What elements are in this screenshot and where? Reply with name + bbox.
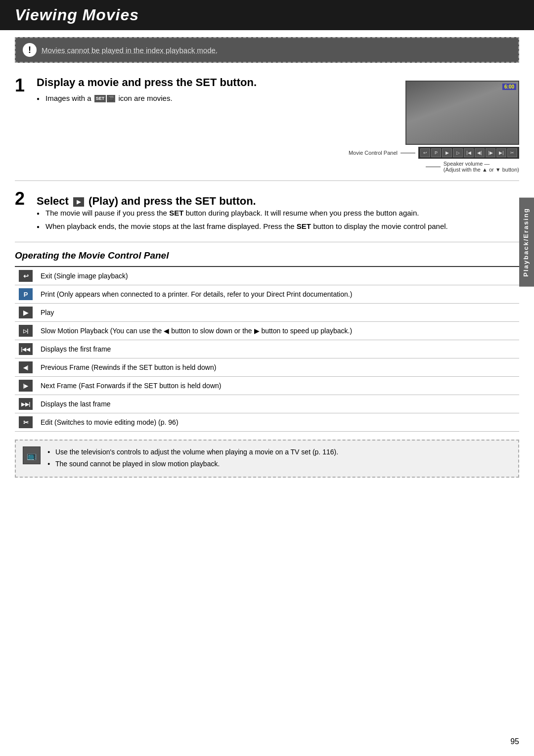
step2-section: 2 Select (Play) and press the SET button… <box>15 181 519 242</box>
desc-cell: Edit (Switches to movie editing mode) (p… <box>37 413 519 432</box>
icon-last: ▶▶| <box>19 398 33 410</box>
icon-play: ▶ <box>19 307 33 318</box>
warning-box: ! Movies cannot be played in the index p… <box>15 37 519 63</box>
operating-title: Operating the Movie Control Panel <box>15 250 519 261</box>
step1-image-area: 6:00 Movie Control Panel ↩ P ▶ ▷ |◀ ◀| <box>349 76 519 173</box>
table-row: |▶ Next Frame (Fast Forwards if the SET … <box>15 377 519 395</box>
title-bar: Viewing Movies <box>0 0 534 30</box>
set-icon: SET <box>94 95 106 103</box>
step1-number: 1 <box>15 77 37 173</box>
note-icon-symbol: 📺 <box>27 451 37 460</box>
speaker-label-sub: (Adjust with the ▲ or ▼ button) <box>444 167 519 173</box>
control-table: ↩ Exit (Single image playback) P Print (… <box>15 266 519 432</box>
set-icon-group: SET 🎬 <box>94 95 116 103</box>
icon-cell: ✂ <box>15 413 37 432</box>
speaker-volume-area: Speaker volume — (Adjust with the ▲ or ▼… <box>426 161 519 173</box>
step1-title-text: Display a movie and press the SET button… <box>37 76 257 89</box>
step2-bullet1: The movie will pause if you press the SE… <box>37 208 519 219</box>
icon-edit: ✂ <box>19 416 33 428</box>
desc-cell: Displays the first frame <box>37 340 519 358</box>
icon-cell: P <box>15 285 37 304</box>
desc-cell: Displays the last frame <box>37 395 519 413</box>
page-number: 95 <box>510 737 519 746</box>
cb-last: ▶| <box>496 148 506 157</box>
icon-exit: ↩ <box>19 270 33 282</box>
table-row: ▷| Slow Motion Playback (You can use the… <box>15 322 519 340</box>
cb-play: ▶ <box>442 148 452 157</box>
table-row: ▶▶| Displays the last frame <box>15 395 519 413</box>
control-bar-wrapper: Movie Control Panel ↩ P ▶ ▷ |◀ ◀| |▶ ▶| … <box>349 147 519 159</box>
desc-cell: Print (Only appears when connected to a … <box>37 285 519 304</box>
cb-edit: ✂ <box>507 148 517 157</box>
cb-exit: ↩ <box>420 148 430 157</box>
note-bullet2: The sound cannot be played in slow motio… <box>47 458 338 469</box>
movie-control-panel-label: Movie Control Panel <box>349 150 398 156</box>
note-icon: 📺 <box>23 446 41 464</box>
step1-title: Display a movie and press the SET button… <box>37 76 349 90</box>
operating-section: Operating the Movie Control Panel ↩ Exit… <box>15 242 519 478</box>
icon-first: |◀◀ <box>19 343 33 355</box>
table-row: ✂ Edit (Switches to movie editing mode) … <box>15 413 519 432</box>
movie-icon: 🎬 <box>107 95 115 103</box>
icon-slow: ▷| <box>19 325 33 337</box>
desc-cell: Play <box>37 304 519 322</box>
step2-title-suffix: button. <box>219 195 256 207</box>
speaker-volume-label: Speaker volume — (Adjust with the ▲ or ▼… <box>444 161 519 173</box>
table-row: ▶ Play <box>15 304 519 322</box>
desc-cell: Previous Frame (Rewinds if the SET butto… <box>37 358 519 377</box>
note-bullets: Use the television's controls to adjust … <box>47 446 338 470</box>
table-row: ↩ Exit (Single image playback) <box>15 267 519 285</box>
bottom-note: 📺 Use the television's controls to adjus… <box>15 440 519 478</box>
step1-content: Display a movie and press the SET button… <box>37 76 349 173</box>
speaker-label-text: Speaker volume — <box>444 161 519 167</box>
icon-prev: ◀| <box>19 361 33 373</box>
step1-bullets: Images with a SET 🎬 icon are movies. <box>37 93 349 104</box>
control-panel-area: Movie Control Panel ↩ P ▶ ▷ |◀ ◀| |▶ ▶| … <box>349 147 519 159</box>
icon-cell: |◀◀ <box>15 340 37 358</box>
desc-cell: Exit (Single image playback) <box>37 267 519 285</box>
cb-next: |▶ <box>486 148 495 157</box>
note-content: Use the television's controls to adjust … <box>47 446 338 471</box>
step2-select: Select <box>37 195 69 207</box>
movie-screen: 6:00 <box>405 81 519 145</box>
label-line <box>400 153 415 153</box>
page-container: Viewing Movies ! Movies cannot be played… <box>0 0 534 756</box>
note-bullet1: Use the television's controls to adjust … <box>47 446 338 457</box>
icon-next: |▶ <box>19 380 33 392</box>
table-row: ◀| Previous Frame (Rewinds if the SET bu… <box>15 358 519 377</box>
icon-cell: ▶▶| <box>15 395 37 413</box>
page-title: Viewing Movies <box>15 6 519 24</box>
control-bar: ↩ P ▶ ▷ |◀ ◀| |▶ ▶| ✂ <box>418 147 519 159</box>
warning-text: Movies cannot be played in the index pla… <box>42 46 218 54</box>
icon-cell: |▶ <box>15 377 37 395</box>
step2-number: 2 <box>15 190 37 208</box>
main-content: 1 Display a movie and press the SET butt… <box>0 68 534 478</box>
step2-title-line: Select (Play) and press the SET button. <box>37 195 256 208</box>
step1-section: 1 Display a movie and press the SET butt… <box>15 68 519 181</box>
icon-cell: ▶ <box>15 304 37 322</box>
icon-print: P <box>19 288 33 300</box>
step2-bullet2: When playback ends, the movie stops at t… <box>37 221 519 232</box>
step1-bullet1: Images with a SET 🎬 icon are movies. <box>37 93 349 104</box>
icon-cell: ◀| <box>15 358 37 377</box>
step2-title-middle: (Play) and press the <box>89 195 195 207</box>
movie-screen-body <box>406 82 518 144</box>
table-row: |◀◀ Displays the first frame <box>15 340 519 358</box>
step2-header: 2 Select (Play) and press the SET button… <box>15 189 519 208</box>
icon-cell: ▷| <box>15 322 37 340</box>
cb-slow: ▷ <box>453 148 463 157</box>
cb-print: P <box>431 148 441 157</box>
step2-set: SET <box>195 195 216 207</box>
cb-first: |◀ <box>464 148 474 157</box>
speaker-line <box>426 167 441 167</box>
play-icon-step2 <box>73 197 84 207</box>
icon-cell: ↩ <box>15 267 37 285</box>
desc-cell: Slow Motion Playback (You can use the ◀ … <box>37 322 519 340</box>
step2-bullets: The movie will pause if you press the SE… <box>15 208 519 232</box>
table-row: P Print (Only appears when connected to … <box>15 285 519 304</box>
warning-icon: ! <box>23 43 37 57</box>
time-display: 6:00 <box>502 84 516 90</box>
desc-cell: Next Frame (Fast Forwards if the SET but… <box>37 377 519 395</box>
cb-prev: ◀| <box>475 148 485 157</box>
side-tab: Playback/Erasing <box>519 198 534 287</box>
